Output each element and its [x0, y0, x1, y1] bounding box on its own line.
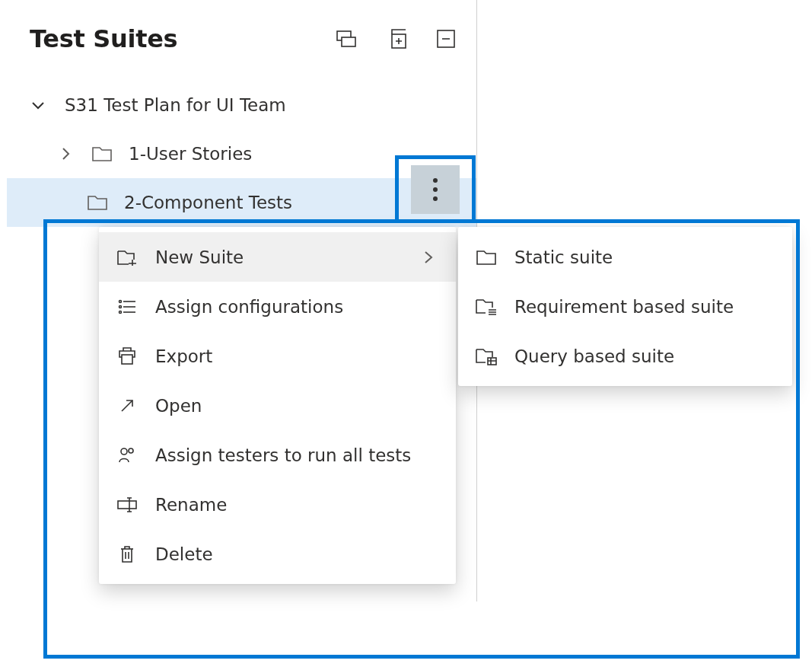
query-folder-icon	[475, 347, 498, 365]
svg-point-8	[119, 305, 122, 308]
plan-label: S31 Test Plan for UI Team	[65, 95, 286, 115]
export-icon	[116, 347, 139, 365]
tree-plan-row[interactable]: S31 Test Plan for UI Team	[7, 81, 476, 129]
svg-point-12	[129, 448, 133, 453]
new-suite-icon	[116, 249, 139, 266]
menu-item-label: Query based suite	[514, 346, 772, 366]
rename-icon	[116, 497, 139, 512]
menu-delete[interactable]: Delete	[99, 529, 456, 579]
svg-rect-1	[342, 37, 355, 46]
submenu-static-suite[interactable]: Static suite	[458, 232, 792, 282]
svg-point-4	[433, 178, 438, 183]
collapse-all-icon[interactable]	[437, 30, 455, 48]
open-icon	[116, 397, 139, 414]
chevron-down-icon[interactable]	[30, 97, 46, 113]
folder-icon	[92, 145, 112, 162]
menu-item-label: New Suite	[155, 247, 421, 267]
svg-point-6	[433, 196, 438, 201]
sidebar-header: Test Suites	[7, 20, 476, 58]
menu-rename[interactable]: Rename	[99, 480, 456, 529]
context-menu: New Suite Assign configurations Export	[99, 227, 456, 584]
menu-assign-testers[interactable]: Assign testers to run all tests	[99, 430, 456, 480]
expand-all-icon[interactable]	[387, 29, 406, 49]
menu-export[interactable]: Export	[99, 331, 456, 381]
testers-icon	[116, 447, 139, 464]
more-vertical-icon	[433, 177, 438, 202]
svg-point-11	[121, 448, 127, 455]
submenu-requirement-suite[interactable]: Requirement based suite	[458, 282, 792, 331]
menu-item-label: Assign testers to run all tests	[155, 445, 436, 465]
configurations-icon	[116, 298, 139, 315]
menu-item-label: Rename	[155, 495, 436, 515]
sidebar-title: Test Suites	[30, 24, 177, 53]
requirement-folder-icon	[475, 298, 498, 316]
svg-rect-13	[118, 501, 136, 509]
more-button-highlight	[395, 155, 476, 223]
menu-item-label: Assign configurations	[155, 297, 436, 317]
delete-icon	[116, 545, 139, 563]
chevron-right-icon	[421, 250, 436, 265]
svg-rect-10	[122, 355, 132, 364]
more-actions-button[interactable]	[411, 165, 460, 214]
menu-item-label: Open	[155, 396, 436, 416]
svg-point-9	[119, 311, 122, 313]
menu-open[interactable]: Open	[99, 381, 456, 430]
svg-point-5	[433, 187, 438, 192]
folder-label: 2-Component Tests	[124, 193, 292, 212]
panel-toggle-icon[interactable]	[336, 30, 356, 47]
menu-item-label: Static suite	[514, 247, 772, 267]
menu-item-label: Requirement based suite	[514, 297, 772, 317]
folder-icon	[88, 194, 107, 211]
menu-item-label: Export	[155, 346, 436, 366]
svg-point-7	[119, 300, 122, 302]
chevron-right-icon[interactable]	[57, 145, 74, 162]
folder-label: 1-User Stories	[129, 144, 252, 164]
menu-assign-configurations[interactable]: Assign configurations	[99, 282, 456, 331]
header-toolbar	[336, 29, 455, 49]
menu-new-suite[interactable]: New Suite	[99, 232, 456, 282]
new-suite-submenu: Static suite Requirement based suite Que…	[458, 227, 792, 386]
folder-icon	[475, 249, 498, 266]
menu-item-label: Delete	[155, 544, 436, 564]
submenu-query-suite[interactable]: Query based suite	[458, 331, 792, 381]
